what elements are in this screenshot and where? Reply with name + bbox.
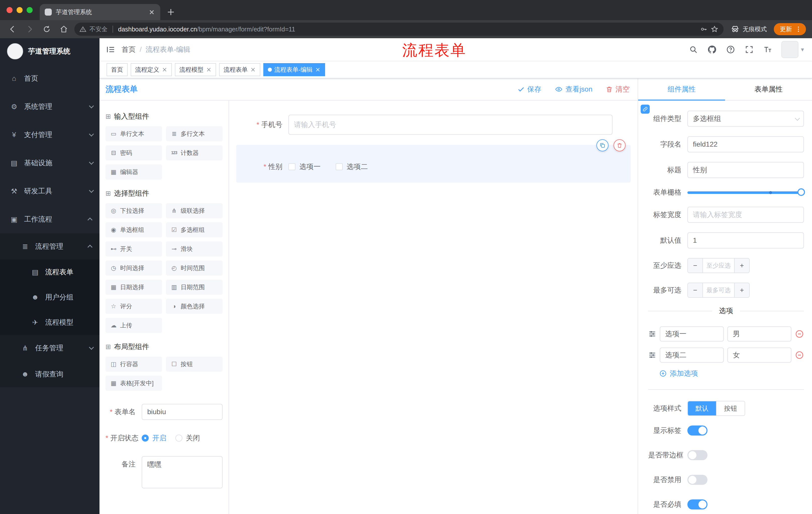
option-2-value-input[interactable] (727, 348, 791, 362)
sidebar-item-task-mgmt[interactable]: ⋔ 任务管理 (0, 335, 99, 361)
star-icon[interactable] (710, 25, 719, 33)
tab-component-props[interactable]: 组件属性 (638, 78, 725, 100)
tab-form-props[interactable]: 表单属性 (725, 78, 812, 100)
sidebar-item-process-form[interactable]: ▤ 流程表单 (0, 260, 99, 285)
window-minimize-button[interactable] (17, 7, 23, 13)
palette-item-radio-group[interactable]: ◉单选框组 (106, 222, 162, 237)
delete-widget-button[interactable] (613, 139, 626, 152)
help-icon[interactable] (726, 45, 736, 55)
palette-item-switch[interactable]: ⊷开关 (106, 241, 162, 256)
status-on-radio[interactable]: 开启 (142, 433, 166, 443)
option-2-label-input[interactable] (660, 348, 724, 362)
palette-item-checkbox-group[interactable]: ☑多选框组 (166, 222, 223, 237)
palette-item-select[interactable]: ◎下拉选择 (106, 203, 162, 218)
forward-icon[interactable] (23, 23, 36, 36)
update-button[interactable]: 更新 (774, 23, 806, 35)
close-icon[interactable] (162, 67, 167, 73)
palette-item-editor[interactable]: ▦编辑器 (106, 164, 162, 180)
widget-phone[interactable]: 手机号 (236, 109, 631, 141)
save-button[interactable]: 保存 (517, 84, 542, 94)
status-off-radio[interactable]: 关闭 (175, 433, 200, 443)
gender-option-1-checkbox[interactable]: 选项一 (288, 162, 321, 171)
window-close-button[interactable] (6, 7, 12, 13)
close-icon[interactable] (250, 67, 256, 73)
form-name-input[interactable] (142, 404, 223, 420)
sidebar-item-payment[interactable]: ¥ 支付管理 (0, 121, 99, 149)
tag-process-form-edit[interactable]: 流程表单-编辑 (263, 63, 325, 76)
browser-tab[interactable]: 芋道管理系统 (40, 4, 160, 20)
form-canvas[interactable]: 手机号 (229, 101, 638, 514)
hamburger-icon[interactable] (99, 38, 122, 61)
minus-icon[interactable]: − (688, 259, 702, 273)
tag-process-model[interactable]: 流程模型 (175, 63, 216, 76)
sidebar-item-leave-query[interactable]: ☻ 请假查询 (0, 361, 99, 387)
new-tab-button[interactable] (164, 5, 177, 19)
option-1-value-input[interactable] (727, 326, 791, 342)
component-type-select[interactable]: 多选框组 (687, 111, 804, 127)
view-json-button[interactable]: 查看json (554, 84, 592, 94)
browser-menu-icon[interactable] (795, 26, 802, 33)
min-select-value[interactable]: 至少应选 (702, 259, 735, 273)
field-name-input[interactable] (687, 136, 804, 153)
font-size-icon[interactable] (763, 45, 773, 55)
reload-icon[interactable] (40, 23, 53, 36)
copy-widget-button[interactable] (597, 139, 609, 152)
window-zoom-button[interactable] (27, 7, 33, 13)
sidebar-item-user-group[interactable]: ☻ 用户分组 (0, 285, 99, 310)
sidebar-item-home[interactable]: ⌂ 首页 (0, 64, 99, 92)
sidebar-item-devtools[interactable]: ⚒ 研发工具 (0, 177, 99, 205)
palette-item-counter[interactable]: 123计数器 (166, 145, 223, 160)
sidebar-item-infra[interactable]: ▤ 基础设施 (0, 149, 99, 177)
phone-input[interactable] (288, 115, 612, 135)
show-label-switch[interactable] (687, 426, 707, 436)
title-input[interactable] (687, 162, 804, 178)
back-icon[interactable] (6, 23, 19, 36)
drag-handle-icon[interactable] (648, 351, 656, 359)
github-icon[interactable] (707, 45, 717, 55)
required-switch[interactable] (687, 499, 707, 510)
palette-item-table[interactable]: ▦表格[开发中] (106, 376, 162, 391)
sidebar-item-system[interactable]: ⚙ 系统管理 (0, 92, 99, 121)
user-menu[interactable]: ▾ (781, 41, 804, 58)
breadcrumb-home[interactable]: 首页 (122, 45, 136, 54)
palette-item-cascader[interactable]: ⋔级联选择 (166, 203, 223, 218)
palette-item-color-picker[interactable]: ◑颜色选择 (166, 299, 223, 314)
label-width-input[interactable] (687, 207, 804, 223)
fullscreen-icon[interactable] (744, 45, 754, 55)
tag-home[interactable]: 首页 (107, 63, 127, 76)
disabled-switch[interactable] (687, 475, 707, 485)
palette-item-multi-text[interactable]: ≣多行文本 (166, 126, 223, 141)
max-select-value[interactable]: 最多可选 (702, 283, 735, 297)
drag-handle-icon[interactable] (648, 330, 656, 338)
key-icon[interactable] (700, 25, 707, 33)
palette-item-single-text[interactable]: ▭单行文本 (106, 126, 162, 141)
grid-slider[interactable] (687, 188, 804, 196)
palette-item-upload[interactable]: ☁上传 (106, 318, 162, 333)
search-icon[interactable] (688, 45, 698, 55)
tag-process-definition[interactable]: 流程定义 (130, 63, 172, 76)
add-option-button[interactable]: 添加选项 (659, 369, 804, 378)
palette-item-slider[interactable]: ⊸滑块 (166, 241, 223, 256)
slider-handle[interactable] (798, 188, 805, 196)
option-1-label-input[interactable] (660, 326, 724, 342)
security-label[interactable]: 不安全 (89, 25, 108, 33)
sidebar-item-workflow[interactable]: ▣ 工作流程 (0, 205, 99, 233)
tab-close-icon[interactable] (148, 8, 155, 16)
palette-item-date-range[interactable]: ▥日期范围 (166, 280, 223, 295)
form-remark-textarea[interactable]: 嘿嘿 (142, 456, 223, 488)
palette-item-time-picker[interactable]: ◷时间选择 (106, 261, 162, 276)
default-value-input[interactable] (687, 232, 804, 248)
border-switch[interactable] (687, 450, 707, 460)
link-icon[interactable] (641, 105, 650, 114)
clear-button[interactable]: 清空 (606, 84, 630, 94)
plus-icon[interactable]: + (735, 259, 749, 273)
tag-process-form[interactable]: 流程表单 (219, 63, 260, 76)
sidebar-logo[interactable]: 芋道管理系统 (0, 38, 99, 64)
sidebar-item-process-mgmt[interactable]: ≣ 流程管理 (0, 233, 99, 260)
close-icon[interactable] (315, 67, 321, 73)
close-icon[interactable] (206, 67, 211, 73)
palette-item-rate[interactable]: ☆评分 (106, 299, 162, 314)
palette-item-time-range[interactable]: ◴时间范围 (166, 261, 223, 276)
address-bar[interactable]: 不安全 dashboard.yudao.iocoder.cn/bpm/manag… (75, 23, 724, 36)
palette-item-row-container[interactable]: ◫行容器 (106, 357, 162, 372)
